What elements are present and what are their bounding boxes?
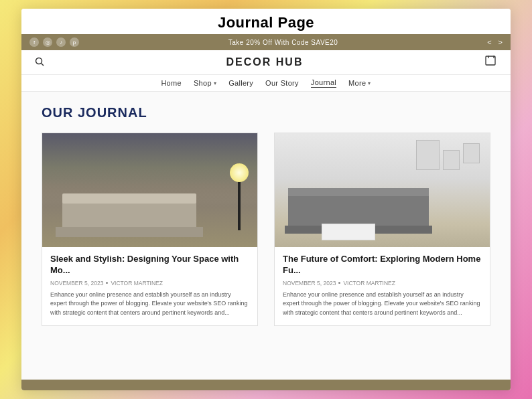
lamp-decoration-1 (238, 163, 241, 230)
promo-next-arrow[interactable]: > (498, 38, 503, 46)
wall-art-decoration (416, 140, 480, 170)
article-image-1 (42, 133, 257, 247)
article-date-1: NOVEMBER 5, 2023 (50, 280, 103, 287)
nav-bar: Home Shop ▾ Gallery Our Story Journal Mo… (21, 75, 511, 92)
store-header: DECOR HUB (21, 50, 511, 75)
nav-more[interactable]: More ▾ (348, 79, 371, 87)
article-excerpt-2: Enhance your online presence and establi… (283, 291, 482, 318)
promo-prev-arrow[interactable]: < (487, 38, 491, 46)
page-title: Journal Page (21, 9, 511, 34)
nav-journal[interactable]: Journal (311, 78, 336, 88)
store-name: DECOR HUB (226, 56, 304, 68)
article-meta-2: NOVEMBER 5, 2023 VICTOR MARTINEZ (283, 280, 482, 287)
article-image-2 (275, 133, 490, 247)
article-excerpt-1: Enhance your online presence and establi… (50, 291, 249, 318)
article-body-2: The Future of Comfort: Exploring Modern … (275, 247, 490, 325)
nav-home[interactable]: Home (161, 79, 182, 87)
article-author-1: VICTOR MARTINEZ (111, 280, 163, 287)
svg-line-1 (42, 63, 44, 66)
promo-text: Take 20% Off With Code SAVE20 (228, 39, 338, 46)
shop-chevron-icon: ▾ (214, 80, 216, 86)
art-piece-1 (416, 140, 440, 170)
nav-gallery[interactable]: Gallery (228, 79, 253, 87)
art-piece-2 (443, 150, 460, 170)
article-date-2: NOVEMBER 5, 2023 (283, 280, 336, 287)
search-button[interactable] (35, 57, 44, 68)
social-icons: f ◎ ♪ p (29, 37, 79, 47)
article-body-1: Sleek and Stylish: Designing Your Space … (42, 247, 257, 325)
article-title-1[interactable]: Sleek and Stylish: Designing Your Space … (50, 254, 249, 276)
meta-dot-1 (106, 282, 108, 284)
articles-grid: Sleek and Stylish: Designing Your Space … (42, 133, 490, 326)
meta-dot-2 (338, 282, 340, 284)
article-card-2[interactable]: The Future of Comfort: Exploring Modern … (274, 133, 490, 326)
art-piece-3 (463, 143, 480, 163)
article-author-2: VICTOR MARTINEZ (343, 280, 395, 287)
facebook-icon[interactable]: f (29, 37, 39, 47)
article-meta-1: NOVEMBER 5, 2023 VICTOR MARTINEZ (50, 280, 249, 287)
announcement-bar: f ◎ ♪ p Take 20% Off With Code SAVE20 < … (21, 34, 511, 50)
sofa-decoration-1 (62, 200, 196, 237)
pinterest-icon[interactable]: p (70, 37, 79, 47)
page-wrapper: Journal Page f ◎ ♪ p Take 20% Off With C… (21, 9, 511, 390)
coffee-table-decoration (322, 224, 375, 240)
nav-our-story[interactable]: Our Story (265, 79, 299, 87)
more-chevron-icon: ▾ (368, 80, 371, 86)
article-card-1[interactable]: Sleek and Stylish: Designing Your Space … (42, 133, 258, 326)
journal-heading: OUR JOURNAL (42, 105, 490, 121)
nav-shop[interactable]: Shop ▾ (194, 79, 216, 87)
article-title-2[interactable]: The Future of Comfort: Exploring Modern … (283, 254, 482, 276)
main-content: OUR JOURNAL Sleek and Stylish: Designing… (21, 92, 511, 380)
promo-nav-arrows: < > (487, 38, 503, 46)
instagram-icon[interactable]: ◎ (43, 37, 52, 47)
svg-point-0 (36, 58, 42, 64)
tiktok-icon[interactable]: ♪ (56, 37, 66, 47)
footer-bar (21, 380, 511, 390)
cart-button[interactable] (485, 56, 497, 69)
